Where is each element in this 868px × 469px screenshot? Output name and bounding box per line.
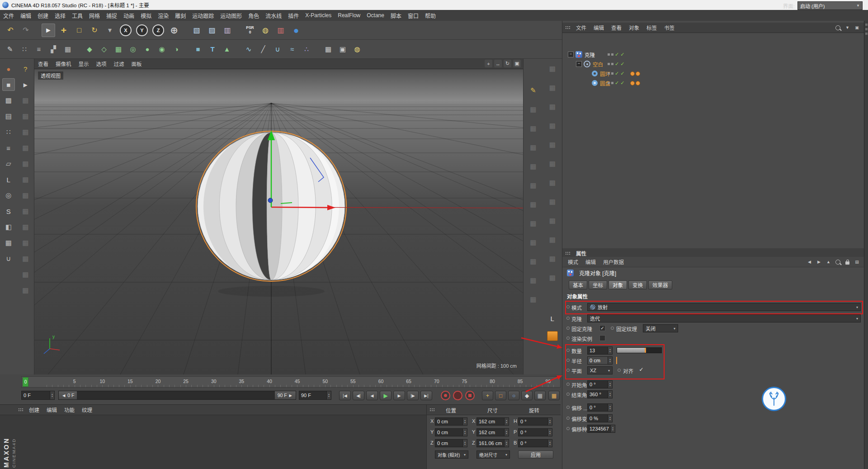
palette-slot-icon[interactable]: ▦ — [19, 189, 32, 202]
position-field[interactable]: 0 cm — [435, 417, 463, 426]
menu-item[interactable]: 雕刻 — [172, 12, 189, 19]
goto-end-button[interactable]: ▶| — [420, 391, 432, 400]
lock-y-icon[interactable]: Y — [136, 24, 148, 36]
anim-dot-icon[interactable] — [618, 369, 621, 372]
scale-tool-icon[interactable]: □ — [72, 24, 86, 37]
command-slot-icon[interactable]: ▦ — [527, 217, 539, 230]
spline-brush-icon[interactable]: ∿ — [242, 43, 255, 56]
command-slot-icon[interactable]: ▦ — [546, 214, 559, 227]
command-slot-icon[interactable]: ▦ — [527, 236, 539, 249]
texture-mode-icon[interactable]: ▩ — [2, 94, 15, 107]
anim-dot-icon[interactable] — [566, 336, 570, 340]
anim-dot-icon[interactable] — [566, 305, 570, 308]
light-icon[interactable]: ◍ — [259, 24, 272, 37]
size-stepper[interactable] — [505, 417, 509, 426]
attr-menu-item[interactable]: 模式 — [564, 258, 582, 265]
size-mode-dropdown[interactable]: 绝对尺寸▾ — [476, 450, 510, 459]
smooth-deformer-icon[interactable]: ∪ — [271, 43, 284, 56]
command-slot-icon[interactable]: ▦ — [527, 198, 539, 211]
enable-check-icon[interactable]: ✓ — [620, 71, 624, 76]
render-settings-icon[interactable]: ▥ — [221, 24, 234, 37]
origin-point[interactable] — [268, 198, 273, 203]
clone-dropdown[interactable]: 迭代▾ — [587, 314, 861, 322]
expander-icon[interactable] — [568, 52, 574, 57]
render-picture-viewer-icon[interactable]: ▨ — [205, 24, 219, 37]
reset-psr-icon[interactable]: PSR 0 — [243, 24, 257, 37]
menu-item[interactable]: 编辑 — [17, 12, 34, 19]
light-object-icon[interactable]: ◍ — [351, 43, 363, 56]
offset-stepper[interactable] — [608, 403, 613, 412]
polygon-palette-icon[interactable]: ▞ — [47, 43, 60, 56]
align-checkbox[interactable]: ✓ — [638, 367, 644, 373]
grip-icon[interactable] — [429, 408, 435, 412]
layer-dot-icon[interactable] — [611, 72, 613, 75]
record-parameter-toggle[interactable]: ◆ — [521, 391, 533, 400]
offset-variation-field[interactable]: 0 % — [587, 414, 608, 422]
layout-dot-icon[interactable] — [865, 33, 868, 35]
render-view-icon[interactable]: ▧ — [190, 24, 203, 37]
coordinate-system-icon[interactable]: ⊕ — [167, 24, 181, 37]
timeline-ruler[interactable]: 51015202530354045505560657075808590 0 — [21, 376, 561, 388]
lock-icon[interactable] — [844, 259, 851, 265]
layer-dot-icon[interactable] — [608, 63, 610, 65]
om-menu-item[interactable]: 编辑 — [590, 24, 608, 31]
nav-back-icon[interactable]: ◀ — [806, 259, 813, 265]
goto-start-button[interactable]: |◀ — [339, 391, 351, 400]
pyramid-primitive-icon[interactable]: ▲ — [221, 43, 233, 56]
anim-dot-icon[interactable] — [566, 327, 570, 330]
enable-check-icon[interactable]: ✓ — [620, 52, 624, 57]
anim-dot-icon[interactable] — [566, 406, 570, 409]
mesh-palette-icon[interactable]: ▦ — [61, 43, 74, 56]
anim-dot-icon[interactable] — [566, 317, 570, 320]
position-stepper[interactable] — [463, 428, 467, 436]
palette-slot-icon[interactable]: ▦ — [19, 157, 32, 170]
palette-slot-icon[interactable]: ▦ — [19, 205, 32, 218]
layer-dot-icon[interactable] — [608, 53, 610, 56]
om-menu-item[interactable]: 文件 — [572, 24, 590, 31]
menu-item[interactable]: 网格 — [86, 12, 103, 19]
grid-array-icon[interactable]: ▦ — [322, 43, 335, 56]
menu-item[interactable]: 角色 — [245, 12, 262, 19]
knife-tool-icon[interactable]: ╱ — [257, 43, 269, 56]
end-angle-stepper[interactable] — [608, 390, 613, 398]
camera-zoom-icon[interactable]: ↔ — [494, 60, 502, 67]
text-spline-icon[interactable]: T — [206, 43, 219, 56]
convert-object-icon[interactable]: ● — [2, 62, 15, 75]
layer-dot-icon[interactable] — [608, 72, 610, 75]
anim-dot-icon[interactable] — [566, 349, 570, 352]
position-stepper[interactable] — [463, 439, 467, 447]
grip-icon[interactable] — [565, 26, 571, 29]
layout-dot-icon[interactable] — [865, 28, 868, 30]
viewport-label[interactable]: 透视视图 — [38, 71, 63, 80]
enable-check-icon[interactable]: ✓ — [620, 62, 624, 66]
command-slot-icon[interactable]: ▦ — [527, 293, 539, 306]
record-position-toggle[interactable]: + — [482, 391, 493, 400]
boole-icon[interactable]: ◎ — [127, 43, 139, 56]
attr-menu-item[interactable]: 用户数据 — [599, 258, 627, 265]
radius-field[interactable]: 0 cm — [587, 356, 608, 365]
offset-field[interactable]: 0 ° — [587, 403, 608, 412]
redo-icon[interactable]: ↷ — [19, 24, 33, 37]
command-slot-icon[interactable]: ▦ — [546, 195, 559, 208]
size-field[interactable]: 162 cm — [476, 417, 505, 426]
material-menu-item[interactable]: 创建 — [25, 406, 43, 413]
command-slot-icon[interactable]: ▦ — [546, 100, 559, 113]
start-angle-stepper[interactable] — [608, 380, 613, 388]
interface-dropdown[interactable]: 启动 (用户)▼ — [797, 1, 863, 10]
object-row[interactable]: 圆环 ✓ ✓ — [562, 69, 864, 78]
frame-stepper[interactable] — [50, 391, 55, 400]
material-menu-item[interactable]: 功能 — [61, 406, 78, 413]
viewport-menu-item[interactable]: 面板 — [128, 60, 146, 67]
view-toggle-icon[interactable]: ▣ — [513, 60, 521, 67]
command-slot-icon[interactable]: ▦ — [527, 179, 539, 192]
object-row[interactable]: 圆盘 ✓ ✓ — [562, 78, 864, 88]
attr-menu-item[interactable]: 编辑 — [582, 258, 599, 265]
help-icon[interactable]: ? — [19, 62, 32, 75]
object-row[interactable]: 克隆 ✓ ✓ — [562, 50, 864, 59]
size-stepper[interactable] — [505, 439, 509, 447]
count-stepper[interactable] — [608, 346, 613, 355]
attribute-tab[interactable]: 坐标 — [589, 280, 607, 289]
object-label[interactable]: 克隆 — [585, 51, 595, 58]
range-start-handle[interactable]: ◄ 0 F — [59, 391, 77, 399]
menu-item[interactable]: 流水线 — [262, 12, 285, 19]
